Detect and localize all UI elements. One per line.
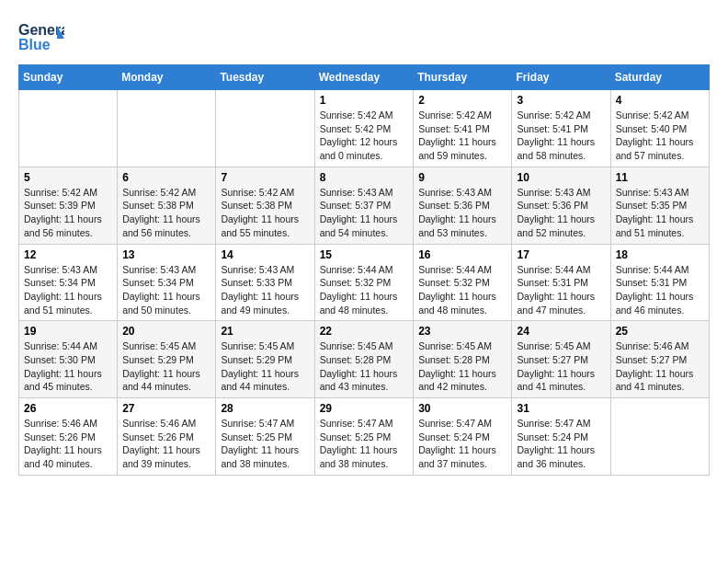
calendar-cell: 22Sunrise: 5:45 AM Sunset: 5:28 PM Dayli… [314,321,414,398]
calendar-cell: 18Sunrise: 5:44 AM Sunset: 5:31 PM Dayli… [610,244,709,321]
day-info: Sunrise: 5:47 AM Sunset: 5:25 PM Dayligh… [221,417,309,471]
calendar-cell: 5Sunrise: 5:42 AM Sunset: 5:39 PM Daylig… [19,167,118,244]
calendar-cell: 14Sunrise: 5:43 AM Sunset: 5:33 PM Dayli… [216,244,314,321]
day-info: Sunrise: 5:45 AM Sunset: 5:27 PM Dayligh… [517,339,605,394]
day-number: 12 [24,248,112,261]
day-number: 17 [517,248,605,261]
day-header-friday: Friday [512,65,610,90]
day-info: Sunrise: 5:42 AM Sunset: 5:41 PM Dayligh… [418,109,506,163]
calendar-cell: 29Sunrise: 5:47 AM Sunset: 5:25 PM Dayli… [314,398,414,476]
day-info: Sunrise: 5:46 AM Sunset: 5:26 PM Dayligh… [24,417,112,471]
day-info: Sunrise: 5:42 AM Sunset: 5:39 PM Dayligh… [24,186,112,240]
day-number: 16 [418,248,506,261]
calendar-cell: 27Sunrise: 5:46 AM Sunset: 5:26 PM Dayli… [118,398,216,476]
day-info: Sunrise: 5:42 AM Sunset: 5:41 PM Dayligh… [517,109,605,163]
calendar-cell: 12Sunrise: 5:43 AM Sunset: 5:34 PM Dayli… [19,244,118,321]
calendar-cell: 15Sunrise: 5:44 AM Sunset: 5:32 PM Dayli… [314,244,414,321]
day-info: Sunrise: 5:46 AM Sunset: 5:27 PM Dayligh… [616,339,704,394]
day-info: Sunrise: 5:42 AM Sunset: 5:38 PM Dayligh… [122,186,210,240]
day-number: 4 [616,94,704,107]
calendar-cell [216,90,314,167]
day-info: Sunrise: 5:43 AM Sunset: 5:33 PM Dayligh… [221,263,309,317]
calendar-cell: 8Sunrise: 5:43 AM Sunset: 5:37 PM Daylig… [314,167,414,244]
day-number: 2 [418,94,506,107]
calendar-cell: 1Sunrise: 5:42 AM Sunset: 5:42 PM Daylig… [314,90,414,167]
calendar-cell: 31Sunrise: 5:47 AM Sunset: 5:24 PM Dayli… [512,398,610,476]
day-number: 29 [320,402,409,415]
calendar-cell: 9Sunrise: 5:43 AM Sunset: 5:36 PM Daylig… [414,167,512,244]
calendar-cell: 17Sunrise: 5:44 AM Sunset: 5:31 PM Dayli… [512,244,610,321]
calendar-cell: 23Sunrise: 5:45 AM Sunset: 5:28 PM Dayli… [414,321,512,398]
calendar-header-row: SundayMondayTuesdayWednesdayThursdayFrid… [19,65,710,90]
day-number: 10 [517,171,605,184]
day-header-saturday: Saturday [610,65,709,90]
day-info: Sunrise: 5:44 AM Sunset: 5:32 PM Dayligh… [418,263,506,317]
day-number: 23 [418,325,506,338]
day-number: 9 [418,171,506,184]
day-info: Sunrise: 5:43 AM Sunset: 5:37 PM Dayligh… [320,186,409,240]
calendar-week-row: 12Sunrise: 5:43 AM Sunset: 5:34 PM Dayli… [19,244,710,321]
day-info: Sunrise: 5:45 AM Sunset: 5:28 PM Dayligh… [320,339,409,394]
day-number: 6 [122,171,210,184]
day-number: 30 [418,402,506,415]
day-info: Sunrise: 5:47 AM Sunset: 5:24 PM Dayligh… [418,417,506,471]
svg-text:Blue: Blue [18,37,51,52]
calendar-cell: 26Sunrise: 5:46 AM Sunset: 5:26 PM Dayli… [19,398,118,476]
calendar-cell: 3Sunrise: 5:42 AM Sunset: 5:41 PM Daylig… [512,90,610,167]
calendar-cell: 11Sunrise: 5:43 AM Sunset: 5:35 PM Dayli… [610,167,709,244]
page-header: General Blue [18,18,710,55]
calendar-cell: 6Sunrise: 5:42 AM Sunset: 5:38 PM Daylig… [118,167,216,244]
day-number: 11 [616,171,704,184]
day-info: Sunrise: 5:47 AM Sunset: 5:25 PM Dayligh… [320,417,409,471]
day-info: Sunrise: 5:45 AM Sunset: 5:29 PM Dayligh… [221,339,309,394]
day-number: 15 [320,248,409,261]
day-info: Sunrise: 5:42 AM Sunset: 5:38 PM Dayligh… [221,186,309,240]
day-number: 20 [122,325,210,338]
calendar-cell: 20Sunrise: 5:45 AM Sunset: 5:29 PM Dayli… [118,321,216,398]
day-number: 1 [320,94,409,107]
calendar-cell [118,90,216,167]
day-info: Sunrise: 5:42 AM Sunset: 5:42 PM Dayligh… [320,109,409,163]
day-info: Sunrise: 5:42 AM Sunset: 5:40 PM Dayligh… [616,109,704,163]
day-info: Sunrise: 5:45 AM Sunset: 5:29 PM Dayligh… [122,339,210,394]
calendar-cell: 10Sunrise: 5:43 AM Sunset: 5:36 PM Dayli… [512,167,610,244]
day-number: 31 [517,402,605,415]
day-info: Sunrise: 5:44 AM Sunset: 5:31 PM Dayligh… [616,263,704,317]
day-number: 8 [320,171,409,184]
day-header-sunday: Sunday [19,65,118,90]
calendar-cell [610,398,709,476]
day-info: Sunrise: 5:45 AM Sunset: 5:28 PM Dayligh… [418,339,506,394]
calendar-cell: 25Sunrise: 5:46 AM Sunset: 5:27 PM Dayli… [610,321,709,398]
day-number: 13 [122,248,210,261]
logo-icon: General Blue [18,18,64,55]
calendar-cell: 4Sunrise: 5:42 AM Sunset: 5:40 PM Daylig… [610,90,709,167]
day-info: Sunrise: 5:43 AM Sunset: 5:36 PM Dayligh… [418,186,506,240]
day-number: 25 [616,325,704,338]
day-info: Sunrise: 5:44 AM Sunset: 5:30 PM Dayligh… [24,339,112,394]
day-number: 19 [24,325,112,338]
day-info: Sunrise: 5:44 AM Sunset: 5:31 PM Dayligh… [517,263,605,317]
day-info: Sunrise: 5:47 AM Sunset: 5:24 PM Dayligh… [517,417,605,471]
calendar-cell: 21Sunrise: 5:45 AM Sunset: 5:29 PM Dayli… [216,321,314,398]
calendar-cell: 7Sunrise: 5:42 AM Sunset: 5:38 PM Daylig… [216,167,314,244]
day-info: Sunrise: 5:43 AM Sunset: 5:34 PM Dayligh… [24,263,112,317]
calendar-week-row: 5Sunrise: 5:42 AM Sunset: 5:39 PM Daylig… [19,167,710,244]
calendar-body: 1Sunrise: 5:42 AM Sunset: 5:42 PM Daylig… [19,90,710,476]
day-info: Sunrise: 5:44 AM Sunset: 5:32 PM Dayligh… [320,263,409,317]
day-number: 22 [320,325,409,338]
day-info: Sunrise: 5:43 AM Sunset: 5:34 PM Dayligh… [122,263,210,317]
calendar-cell [19,90,118,167]
calendar-week-row: 26Sunrise: 5:46 AM Sunset: 5:26 PM Dayli… [19,398,710,476]
day-number: 3 [517,94,605,107]
day-header-wednesday: Wednesday [314,65,414,90]
day-number: 24 [517,325,605,338]
day-info: Sunrise: 5:43 AM Sunset: 5:35 PM Dayligh… [616,186,704,240]
day-header-monday: Monday [118,65,216,90]
day-number: 28 [221,402,309,415]
calendar-cell: 13Sunrise: 5:43 AM Sunset: 5:34 PM Dayli… [118,244,216,321]
day-header-thursday: Thursday [414,65,512,90]
day-number: 27 [122,402,210,415]
calendar-cell: 2Sunrise: 5:42 AM Sunset: 5:41 PM Daylig… [414,90,512,167]
day-number: 7 [221,171,309,184]
calendar-cell: 16Sunrise: 5:44 AM Sunset: 5:32 PM Dayli… [414,244,512,321]
